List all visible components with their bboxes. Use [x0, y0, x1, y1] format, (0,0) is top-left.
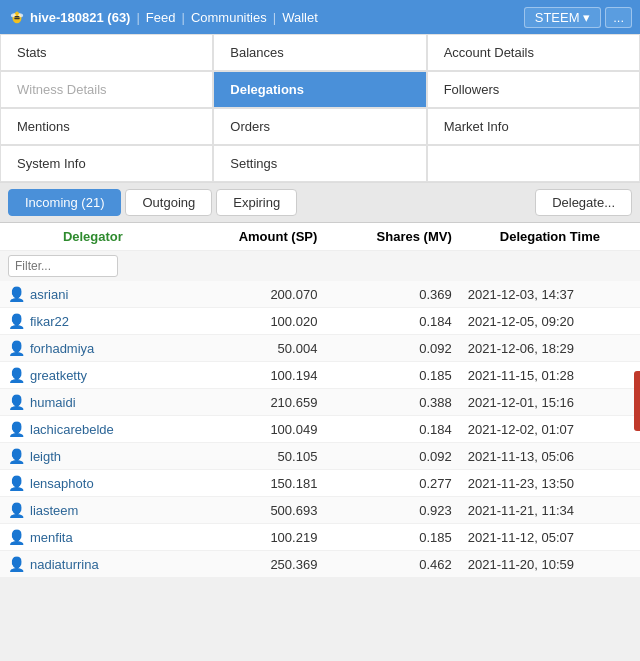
- user-icon: 👤: [8, 286, 25, 302]
- user-cell: 👤 fikar22: [8, 313, 178, 329]
- shares-cell: 0.185: [325, 524, 459, 551]
- nav-account-details[interactable]: Account Details: [427, 34, 640, 71]
- user-name[interactable]: menfita: [30, 530, 73, 545]
- nav-settings[interactable]: Settings: [213, 145, 426, 182]
- amount-cell: 50.105: [186, 443, 326, 470]
- table-row: 👤 leigth 50.105 0.092 2021-11-13, 05:06: [0, 443, 640, 470]
- amount-cell: 500.693: [186, 497, 326, 524]
- user-icon: 👤: [8, 313, 25, 329]
- col-date: Delegation Time: [460, 223, 640, 251]
- amount-cell: 100.049: [186, 416, 326, 443]
- user-icon: 👤: [8, 529, 25, 545]
- nav-balances[interactable]: Balances: [213, 34, 426, 71]
- nav-followers[interactable]: Followers: [427, 71, 640, 108]
- date-cell: 2021-11-23, 13:50: [460, 470, 640, 497]
- nav-mentions[interactable]: Mentions: [0, 108, 213, 145]
- date-cell: 2021-12-06, 18:29: [460, 335, 640, 362]
- tab-expiring[interactable]: Expiring: [216, 189, 297, 216]
- user-icon: 👤: [8, 367, 25, 383]
- svg-rect-1: [14, 16, 19, 17]
- nav-market-info[interactable]: Market Info: [427, 108, 640, 145]
- table-row: 👤 menfita 100.219 0.185 2021-11-12, 05:0…: [0, 524, 640, 551]
- user-name[interactable]: humaidi: [30, 395, 76, 410]
- amount-cell: 210.659: [186, 389, 326, 416]
- date-cell: 2021-11-15, 01:28: [460, 362, 640, 389]
- nav-delegations[interactable]: Delegations: [213, 71, 426, 108]
- user-icon: 👤: [8, 448, 25, 464]
- user-icon: 👤: [8, 394, 25, 410]
- amount-cell: 100.020: [186, 308, 326, 335]
- shares-cell: 0.184: [325, 308, 459, 335]
- top-bar: hive-180821 (63) | Feed | Communities | …: [0, 0, 640, 34]
- user-name[interactable]: leigth: [30, 449, 61, 464]
- user-name[interactable]: lensaphoto: [30, 476, 94, 491]
- user-icon: 👤: [8, 475, 25, 491]
- tab-delegate[interactable]: Delegate...: [535, 189, 632, 216]
- shares-cell: 0.092: [325, 335, 459, 362]
- steem-button[interactable]: STEEM ▾: [524, 7, 601, 28]
- amount-cell: 150.181: [186, 470, 326, 497]
- amount-cell: 100.219: [186, 524, 326, 551]
- tab-incoming[interactable]: Incoming (21): [8, 189, 121, 216]
- date-cell: 2021-11-13, 05:06: [460, 443, 640, 470]
- user-name[interactable]: liasteem: [30, 503, 78, 518]
- shares-cell: 0.923: [325, 497, 459, 524]
- site-title[interactable]: hive-180821 (63): [30, 10, 130, 25]
- nav-witness-details: Witness Details: [0, 71, 213, 108]
- more-button[interactable]: ...: [605, 7, 632, 28]
- wallet-link[interactable]: Wallet: [282, 10, 318, 25]
- date-cell: 2021-12-05, 09:20: [460, 308, 640, 335]
- table-row: 👤 asriani 200.070 0.369 2021-12-03, 14:3…: [0, 281, 640, 308]
- tab-outgoing[interactable]: Outgoing: [125, 189, 212, 216]
- user-cell: 👤 leigth: [8, 448, 178, 464]
- filter-input[interactable]: [8, 255, 118, 277]
- user-name[interactable]: lachicarebelde: [30, 422, 114, 437]
- shares-cell: 0.184: [325, 416, 459, 443]
- communities-link[interactable]: Communities: [191, 10, 267, 25]
- user-name[interactable]: asriani: [30, 287, 68, 302]
- user-cell: 👤 nadiaturrina: [8, 556, 178, 572]
- user-cell: 👤 liasteem: [8, 502, 178, 518]
- user-name[interactable]: nadiaturrina: [30, 557, 99, 572]
- user-cell: 👤 menfita: [8, 529, 178, 545]
- app-logo: hive-180821 (63): [8, 8, 130, 26]
- date-cell: 2021-11-12, 05:07: [460, 524, 640, 551]
- nav-system-info[interactable]: System Info: [0, 145, 213, 182]
- filter-row: [0, 251, 640, 282]
- date-cell: 2021-12-01, 15:16: [460, 389, 640, 416]
- svg-point-5: [15, 12, 19, 16]
- user-name[interactable]: fikar22: [30, 314, 69, 329]
- scroll-indicator: [634, 371, 640, 431]
- col-amount: Amount (SP): [186, 223, 326, 251]
- amount-cell: 100.194: [186, 362, 326, 389]
- nav-stats[interactable]: Stats: [0, 34, 213, 71]
- amount-cell: 50.004: [186, 335, 326, 362]
- user-name[interactable]: greatketty: [30, 368, 87, 383]
- table-header-row: Delegator Amount (SP) Shares (MV) Delega…: [0, 223, 640, 251]
- date-cell: 2021-11-21, 11:34: [460, 497, 640, 524]
- svg-rect-2: [14, 18, 19, 19]
- nav-empty: [427, 145, 640, 182]
- table-row: 👤 humaidi 210.659 0.388 2021-12-01, 15:1…: [0, 389, 640, 416]
- date-cell: 2021-12-02, 01:07: [460, 416, 640, 443]
- delegations-table-container: Delegator Amount (SP) Shares (MV) Delega…: [0, 223, 640, 578]
- date-cell: 2021-11-20, 10:59: [460, 551, 640, 578]
- nav-orders[interactable]: Orders: [213, 108, 426, 145]
- shares-cell: 0.369: [325, 281, 459, 308]
- table-body: 👤 asriani 200.070 0.369 2021-12-03, 14:3…: [0, 281, 640, 578]
- table-row: 👤 liasteem 500.693 0.923 2021-11-21, 11:…: [0, 497, 640, 524]
- user-cell: 👤 humaidi: [8, 394, 178, 410]
- table-row: 👤 lensaphoto 150.181 0.277 2021-11-23, 1…: [0, 470, 640, 497]
- shares-cell: 0.462: [325, 551, 459, 578]
- bee-icon: [8, 8, 26, 26]
- user-name[interactable]: forhadmiya: [30, 341, 94, 356]
- delegations-table: Delegator Amount (SP) Shares (MV) Delega…: [0, 223, 640, 578]
- table-row: 👤 nadiaturrina 250.369 0.462 2021-11-20,…: [0, 551, 640, 578]
- table-row: 👤 fikar22 100.020 0.184 2021-12-05, 09:2…: [0, 308, 640, 335]
- feed-link[interactable]: Feed: [146, 10, 176, 25]
- amount-cell: 200.070: [186, 281, 326, 308]
- table-row: 👤 lachicarebelde 100.049 0.184 2021-12-0…: [0, 416, 640, 443]
- user-cell: 👤 lensaphoto: [8, 475, 178, 491]
- table-row: 👤 forhadmiya 50.004 0.092 2021-12-06, 18…: [0, 335, 640, 362]
- shares-cell: 0.092: [325, 443, 459, 470]
